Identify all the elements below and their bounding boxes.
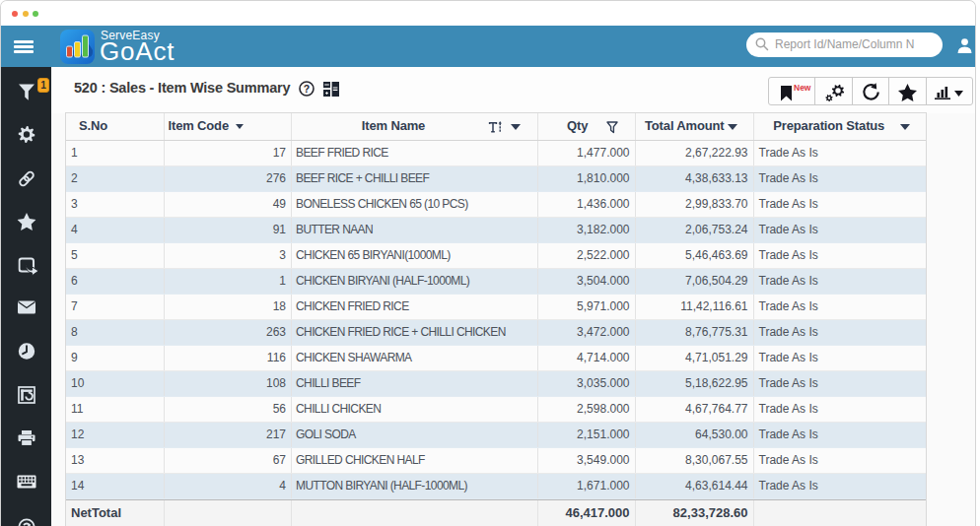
svg-text:?: ? (304, 83, 310, 95)
